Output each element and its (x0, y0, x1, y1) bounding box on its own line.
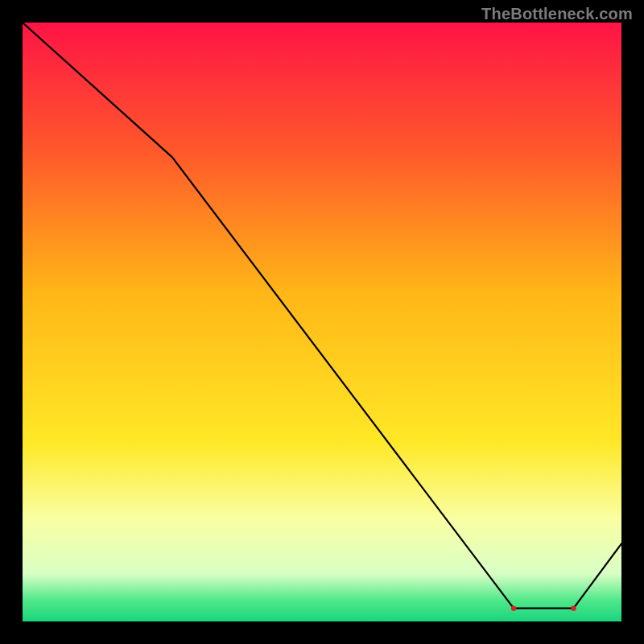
attribution-label: TheBottleneck.com (481, 5, 633, 23)
chart-outer-frame: TheBottleneck.com (0, 0, 644, 644)
plot-area (23, 23, 621, 621)
chart-svg (23, 23, 621, 621)
gradient-background (23, 23, 621, 621)
marker-b-dot (571, 605, 576, 610)
marker-a-dot (511, 605, 516, 610)
